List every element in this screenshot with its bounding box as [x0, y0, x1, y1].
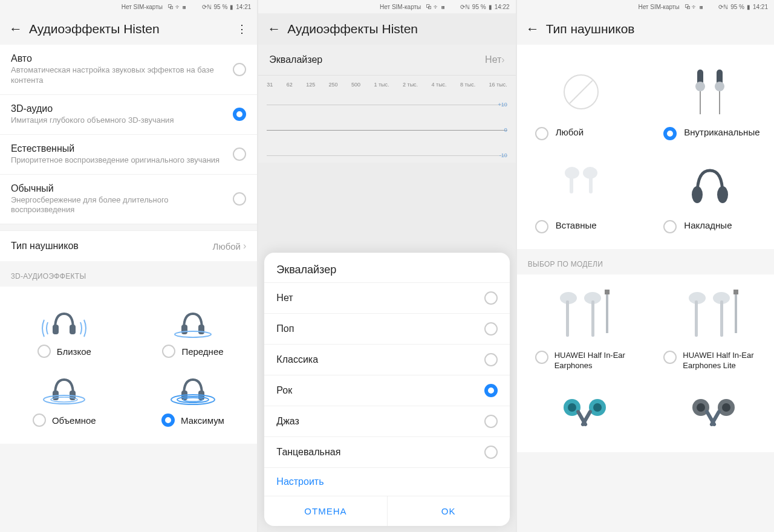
- option-sub: Имитация глубокого объемного 3D-звучания: [11, 115, 227, 126]
- model-unknown-2[interactable]: [645, 374, 774, 452]
- eq-opt-jazz[interactable]: Джаз: [264, 406, 509, 436]
- svg-rect-23: [570, 175, 573, 193]
- radio[interactable]: [663, 127, 677, 140]
- model-label: HUAWEI Half In-Ear Earphones Lite: [683, 351, 768, 371]
- hp-any[interactable]: Любой: [517, 57, 646, 150]
- hp-label: Накладные: [684, 220, 732, 232]
- ok-button[interactable]: OK: [387, 496, 510, 526]
- radio[interactable]: [233, 63, 246, 76]
- clock: 14:21: [753, 4, 768, 10]
- svg-point-50: [722, 403, 730, 412]
- radio[interactable]: [33, 414, 46, 427]
- svg-rect-37: [720, 300, 723, 337]
- row-value: Нет: [485, 54, 501, 65]
- fx-label: Объемное: [52, 415, 96, 426]
- hp-label: Вставные: [556, 220, 597, 232]
- earphone-icon: [523, 381, 640, 447]
- radio[interactable]: [233, 108, 246, 121]
- svg-rect-25: [589, 175, 593, 193]
- battery-percent: 95 %: [214, 4, 228, 10]
- row-value: Любой: [213, 241, 241, 251]
- fx-label: Переднее: [181, 346, 223, 357]
- cancel-button[interactable]: ОТМЕНА: [264, 496, 386, 526]
- overear-icon: [651, 155, 768, 215]
- headphone-type-row[interactable]: Тип наушников Любой ›: [0, 230, 257, 261]
- clock: 14:21: [236, 4, 251, 10]
- model-label: HUAWEI Half In-Ear Earphones: [554, 351, 640, 371]
- svg-point-4: [175, 331, 211, 337]
- option-title: 3D-аудио: [11, 103, 227, 114]
- svg-point-27: [717, 186, 728, 203]
- radio[interactable]: [484, 384, 498, 397]
- radio[interactable]: [484, 322, 498, 336]
- equalizer-sheet: Эквалайзер Нет Поп Классика Рок Джаз Тан…: [264, 253, 509, 526]
- header: ← Тип наушников: [517, 13, 774, 45]
- svg-rect-1: [70, 325, 76, 334]
- section-title-models: ВЫБОР ПО МОДЕЛИ: [517, 249, 774, 274]
- fx-close[interactable]: Близкое: [0, 294, 129, 363]
- fx-surround[interactable]: Объемное: [0, 363, 129, 432]
- option-3d[interactable]: 3D-аудиоИмитация глубокого объемного 3D-…: [0, 95, 257, 135]
- back-button[interactable]: ←: [263, 18, 285, 40]
- earbuds-icon: [523, 155, 640, 215]
- option-title: Обычный: [11, 183, 227, 194]
- eq-customize[interactable]: Настроить: [264, 467, 509, 496]
- option-auto[interactable]: АвтоАвтоматическая настройка звуковых эф…: [0, 45, 257, 95]
- radio[interactable]: [161, 414, 175, 427]
- header: ← Аудиоэффекты Histen ⋮: [0, 13, 257, 45]
- radio[interactable]: [37, 345, 51, 358]
- option-normal[interactable]: ОбычныйЭнергосбережение для более длител…: [0, 175, 257, 224]
- wifi-icon: ⧉ ᯤ ▦: [167, 4, 186, 10]
- radio[interactable]: [233, 148, 246, 161]
- svg-point-19: [715, 82, 724, 91]
- radio[interactable]: [663, 220, 677, 233]
- model-unknown-1[interactable]: [517, 374, 646, 452]
- earphone-icon: [523, 282, 640, 348]
- hp-overear[interactable]: Накладные: [645, 150, 774, 243]
- statusbar: Нет SIM-карты ⧉ ᯤ ▦⟳ℕ 95 %▮ 14:21: [517, 0, 774, 13]
- eq-opt-none[interactable]: Нет: [264, 282, 509, 313]
- back-button[interactable]: ←: [522, 18, 544, 40]
- model-half-inear[interactable]: HUAWEI Half In-Ear Earphones: [517, 274, 646, 374]
- model-half-inear-lite[interactable]: HUAWEI Half In-Ear Earphones Lite: [645, 274, 774, 374]
- radio[interactable]: [484, 291, 498, 305]
- radio[interactable]: [535, 220, 548, 233]
- radio[interactable]: [233, 192, 246, 206]
- earphone-icon: [651, 381, 768, 447]
- battery-icon: ▮: [230, 4, 233, 10]
- radio[interactable]: [162, 345, 175, 358]
- svg-rect-39: [733, 290, 738, 294]
- hp-inear[interactable]: Внутриканальные: [645, 57, 774, 150]
- headphone-type-grid: Любой Внутриканальные Вставные Накладные: [517, 45, 774, 249]
- option-sub: Энергосбережение для более длительного в…: [11, 195, 227, 216]
- radio[interactable]: [663, 351, 677, 364]
- screen-headphone-type: Нет SIM-карты ⧉ ᯤ ▦⟳ℕ 95 %▮ 14:21 ← Тип …: [517, 0, 774, 532]
- radio[interactable]: [484, 353, 498, 366]
- radio[interactable]: [484, 446, 498, 459]
- radio[interactable]: [535, 127, 548, 140]
- svg-rect-33: [605, 290, 610, 294]
- svg-rect-29: [566, 300, 569, 337]
- hp-earbuds[interactable]: Вставные: [517, 150, 646, 243]
- radio[interactable]: [484, 415, 498, 428]
- eq-opt-classic[interactable]: Классика: [264, 344, 509, 375]
- hp-label: Внутриканальные: [684, 127, 759, 138]
- svg-point-7: [44, 395, 85, 404]
- option-natural[interactable]: ЕстественныйПриоритетное воспроизведение…: [0, 135, 257, 175]
- more-button[interactable]: ⋮: [230, 22, 252, 36]
- sim-status: Нет SIM-карты: [638, 4, 679, 10]
- chevron-right-icon: ›: [501, 54, 504, 65]
- radio[interactable]: [535, 351, 548, 364]
- hp-label: Любой: [556, 127, 584, 138]
- equalizer-row[interactable]: Эквалайзер Нет ›: [258, 45, 515, 76]
- eq-opt-pop[interactable]: Поп: [264, 313, 509, 344]
- fx-max[interactable]: Максимум: [129, 363, 258, 432]
- svg-line-15: [570, 80, 593, 103]
- eq-opt-dance[interactable]: Танцевальная: [264, 436, 509, 467]
- svg-rect-31: [591, 300, 594, 337]
- back-button[interactable]: ←: [5, 18, 27, 40]
- row-label: Тип наушников: [11, 241, 213, 251]
- eq-opt-rock[interactable]: Рок: [264, 375, 509, 406]
- fx-front[interactable]: Переднее: [129, 294, 258, 363]
- sim-status: Нет SIM-карты: [122, 4, 163, 10]
